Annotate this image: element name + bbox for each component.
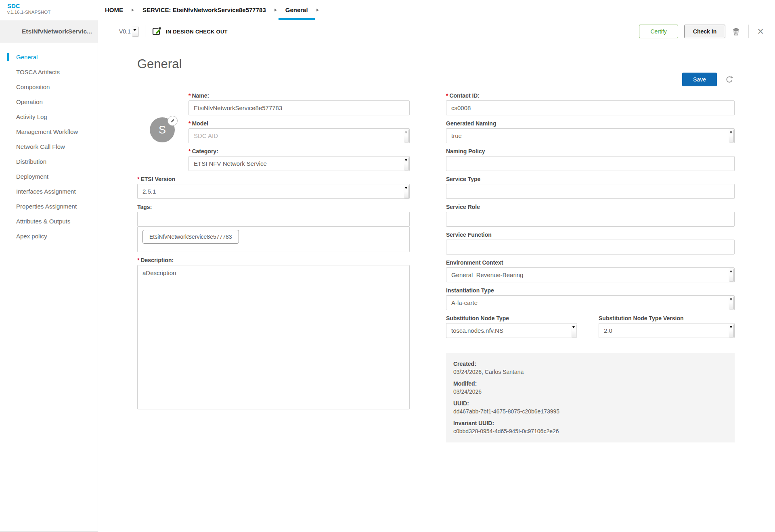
- sidebar-item-label: Apex policy: [16, 233, 47, 240]
- sidebar-item-operation[interactable]: Operation: [0, 94, 98, 109]
- toolbar-divider: [748, 25, 749, 38]
- etsi-version-label: *ETSI Version: [137, 176, 410, 182]
- modified-label: Modifed:: [453, 380, 727, 387]
- substitution-node-type-version-label: Substitution Node Type Version: [599, 315, 735, 321]
- service-role-input[interactable]: [446, 212, 735, 227]
- service-type-input[interactable]: [446, 184, 735, 199]
- sidebar-item-label: Operation: [16, 98, 43, 105]
- tag-chip[interactable]: EtsiNfvNetworkService8e577783: [142, 230, 239, 244]
- sidebar-item-management-workflow[interactable]: Management Workflow: [0, 124, 98, 139]
- contact-id-input[interactable]: [446, 100, 735, 115]
- checkout-status: IN DESIGN CHECK OUT: [151, 26, 228, 37]
- service-role-label: Service Role: [446, 204, 735, 210]
- sidebar-item-interfaces-assignment[interactable]: Interfaces Assignment: [0, 184, 98, 199]
- naming-policy-input[interactable]: [446, 156, 735, 171]
- dropdown-icon: [729, 324, 733, 337]
- required-marker: *: [137, 257, 139, 263]
- sidebar-item-general[interactable]: General: [0, 50, 98, 65]
- sidebar-item-label: Interfaces Assignment: [16, 188, 76, 195]
- edit-avatar-button[interactable]: [168, 116, 178, 126]
- version-selector[interactable]: V0.1: [119, 27, 138, 36]
- sdc-logo[interactable]: SDC v.1.16.1-SNAPSHOT: [0, 0, 98, 20]
- description-label: *Description:: [137, 257, 410, 263]
- sidebar-item-composition[interactable]: Composition: [0, 79, 98, 94]
- uuid-value: dd467abb-7bf1-4675-8075-c20b6e173995: [453, 408, 727, 415]
- description-textarea[interactable]: aDescription: [137, 265, 410, 409]
- sidebar-item-label: General: [16, 54, 38, 61]
- required-marker: *: [189, 120, 191, 127]
- sidebar-item-distribution[interactable]: Distribution: [0, 154, 98, 169]
- breadcrumb-separator-icon: [132, 8, 134, 12]
- generated-naming-select-value: true: [451, 132, 462, 139]
- breadcrumb: HOME SERVICE: EtsiNfvNetworkService8e577…: [98, 0, 320, 20]
- etsi-version-select[interactable]: 2.5.1: [137, 184, 410, 199]
- model-select-value: SDC AID: [194, 132, 218, 139]
- sidebar-item-attributes-outputs[interactable]: Attributes & Outputs: [0, 214, 98, 229]
- model-select[interactable]: SDC AID: [189, 128, 410, 143]
- sidebar-item-activity-log[interactable]: Activity Log: [0, 109, 98, 124]
- general-page: General Save S: [98, 43, 775, 532]
- check-in-button[interactable]: Check in: [684, 25, 725, 38]
- tags-input[interactable]: [137, 212, 410, 227]
- substitution-node-type-version-select-value: 2.0: [604, 327, 612, 334]
- etsi-version-select-value: 2.5.1: [142, 188, 156, 195]
- tags-label: Tags:: [137, 204, 410, 210]
- dropdown-icon: [729, 296, 733, 309]
- created-label: Created:: [453, 361, 727, 367]
- breadcrumb-service[interactable]: SERVICE: EtsiNfvNetworkService8e577783: [136, 0, 273, 20]
- sidebar-item-label: TOSCA Artifacts: [16, 69, 60, 75]
- refresh-icon: [725, 79, 734, 85]
- service-function-input[interactable]: [446, 240, 735, 255]
- close-button[interactable]: ×: [756, 27, 765, 36]
- breadcrumb-home[interactable]: HOME: [98, 0, 130, 20]
- instantiation-type-label: Instantiation Type: [446, 287, 735, 294]
- certify-button[interactable]: Certify: [639, 25, 678, 38]
- created-value: 03/24/2026, Carlos Santana: [453, 369, 727, 375]
- sidebar-item-network-call-flow[interactable]: Network Call Flow: [0, 139, 98, 154]
- generated-naming-label: Generated Naming: [446, 120, 735, 127]
- required-marker: *: [189, 92, 191, 99]
- required-marker: *: [446, 92, 448, 99]
- version-dropdown-icon: [132, 27, 138, 36]
- instantiation-type-select[interactable]: A-la-carte: [446, 295, 735, 310]
- substitution-node-type-version-select[interactable]: 2.0: [599, 323, 735, 338]
- contact-id-label: *Contact ID:: [446, 92, 735, 99]
- environment-context-select-value: General_Revenue-Bearing: [451, 271, 523, 278]
- entity-title: EtsiNfvNetworkServic...: [0, 20, 98, 43]
- dropdown-icon: [729, 269, 733, 281]
- name-input[interactable]: [189, 100, 410, 115]
- revert-button[interactable]: [724, 74, 735, 85]
- sidebar-item-deployment[interactable]: Deployment: [0, 169, 98, 184]
- breadcrumb-general-active[interactable]: General: [279, 0, 315, 20]
- environment-context-select[interactable]: General_Revenue-Bearing: [446, 267, 735, 282]
- delete-button[interactable]: [731, 26, 741, 37]
- naming-policy-label: Naming Policy: [446, 148, 735, 154]
- trash-icon: [732, 31, 740, 37]
- sidebar-item-apex-policy[interactable]: Apex policy: [0, 229, 98, 244]
- sidebar-item-label: Distribution: [16, 158, 46, 165]
- service-function-label: Service Function: [446, 232, 735, 238]
- required-marker: *: [189, 148, 191, 154]
- model-label: *Model: [189, 120, 410, 127]
- dropdown-icon: [404, 157, 408, 170]
- top-header: SDC v.1.16.1-SNAPSHOT HOME SERVICE: Etsi…: [0, 0, 775, 20]
- sidebar-nav: General TOSCA Artifacts Composition Oper…: [0, 43, 98, 532]
- substitution-node-type-select[interactable]: tosca.nodes.nfv.NS: [446, 323, 577, 338]
- dropdown-icon: [404, 129, 408, 142]
- save-button[interactable]: Save: [682, 73, 717, 86]
- category-select[interactable]: ETSI NFV Network Service: [189, 156, 410, 171]
- environment-context-label: Environment Context: [446, 259, 735, 266]
- instantiation-type-select-value: A-la-carte: [451, 299, 478, 306]
- generated-naming-select[interactable]: true: [446, 128, 735, 143]
- avatar-letter: S: [159, 124, 166, 136]
- page-title: General: [137, 57, 735, 71]
- sidebar-item-tosca-artifacts[interactable]: TOSCA Artifacts: [0, 65, 98, 79]
- breadcrumb-separator-icon: [274, 8, 277, 12]
- sidebar-item-label: Attributes & Outputs: [16, 218, 70, 225]
- dropdown-icon: [572, 324, 576, 337]
- pencil-icon: [170, 119, 175, 123]
- invariant-uuid-label: Invariant UUID:: [453, 420, 727, 426]
- sidebar-item-properties-assignment[interactable]: Properties Assignment: [0, 199, 98, 214]
- dropdown-icon: [729, 129, 733, 142]
- version-label: V0.1: [119, 28, 131, 35]
